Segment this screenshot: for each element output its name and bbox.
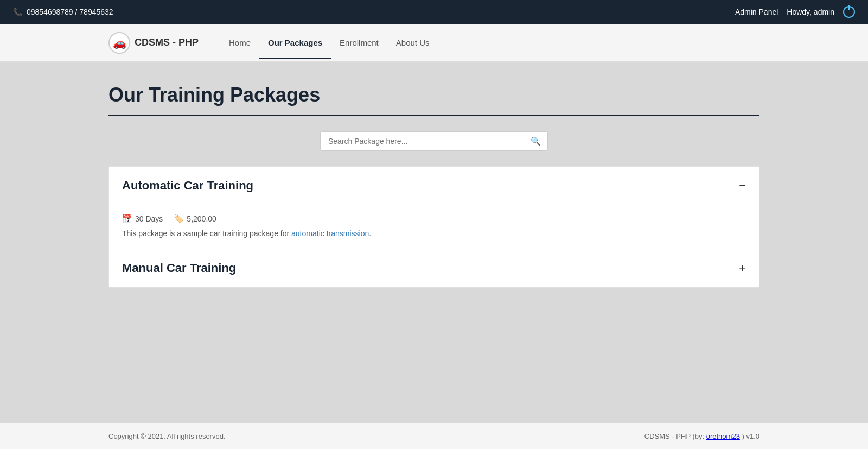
package-toggle-icon-1: + bbox=[739, 262, 746, 274]
nav-home[interactable]: Home bbox=[220, 34, 259, 52]
package-item-0: Automatic Car Training − 📅 30 Days 🏷️ 5,… bbox=[109, 167, 759, 249]
brand-link[interactable]: 🚗 CDSMS - PHP bbox=[108, 32, 199, 54]
title-divider bbox=[108, 115, 760, 116]
admin-panel-link[interactable]: Admin Panel bbox=[735, 8, 778, 16]
topbar-right: Admin Panel Howdy, admin bbox=[735, 6, 855, 18]
navbar: 🚗 CDSMS - PHP Home Our Packages Enrollme… bbox=[0, 24, 868, 62]
search-icon: 🔍 bbox=[531, 136, 541, 146]
package-desc-text-0: This package is a sample car training pa… bbox=[122, 229, 371, 238]
logout-icon[interactable] bbox=[843, 6, 855, 18]
package-title-0: Automatic Car Training bbox=[122, 179, 253, 193]
calendar-icon-0: 📅 bbox=[122, 214, 132, 224]
search-container: 🔍 bbox=[108, 131, 760, 151]
package-meta-0: 📅 30 Days 🏷️ 5,200.00 bbox=[122, 214, 746, 224]
nav-enrollment[interactable]: Enrollment bbox=[331, 34, 387, 52]
package-header-1[interactable]: Manual Car Training + bbox=[109, 249, 759, 287]
search-button[interactable]: 🔍 bbox=[524, 132, 547, 150]
price-label-0: 5,200.00 bbox=[187, 214, 216, 223]
footer-branding-end: ) v1.0 bbox=[740, 432, 760, 440]
automatic-link[interactable]: automatic transmission bbox=[291, 229, 369, 238]
brand-name: CDSMS - PHP bbox=[135, 37, 199, 48]
search-input[interactable] bbox=[321, 132, 524, 150]
search-wrapper: 🔍 bbox=[320, 131, 548, 151]
package-toggle-icon-0: − bbox=[739, 180, 746, 192]
package-days-0: 📅 30 Days bbox=[122, 214, 163, 224]
topbar: 📞 09854698789 / 78945632 Admin Panel How… bbox=[0, 0, 868, 24]
package-desc-0: This package is a sample car training pa… bbox=[122, 229, 746, 238]
package-item-1: Manual Car Training + bbox=[109, 249, 759, 287]
nav-our-packages[interactable]: Our Packages bbox=[259, 34, 331, 52]
howdy-label: Howdy, admin bbox=[787, 8, 834, 16]
phone-icon: 📞 bbox=[13, 8, 22, 16]
package-price-0: 🏷️ 5,200.00 bbox=[174, 214, 216, 224]
footer: Copyright © 2021. All rights reserved. C… bbox=[0, 423, 868, 449]
footer-branding: CDSMS - PHP (by: oretnom23 ) v1.0 bbox=[644, 432, 760, 440]
package-header-0[interactable]: Automatic Car Training − bbox=[109, 167, 759, 205]
package-title-1: Manual Car Training bbox=[122, 261, 236, 275]
packages-accordion: Automatic Car Training − 📅 30 Days 🏷️ 5,… bbox=[108, 166, 760, 288]
page-title: Our Training Packages bbox=[108, 84, 760, 106]
topbar-left: 📞 09854698789 / 78945632 bbox=[13, 8, 113, 16]
nav-links: Home Our Packages Enrollment About Us bbox=[220, 34, 438, 52]
days-label-0: 30 Days bbox=[135, 214, 163, 223]
brand-logo: 🚗 bbox=[108, 32, 130, 54]
nav-about-us[interactable]: About Us bbox=[387, 34, 438, 52]
phone-number: 09854698789 / 78945632 bbox=[27, 8, 113, 16]
tag-icon-0: 🏷️ bbox=[174, 214, 184, 224]
package-body-0: 📅 30 Days 🏷️ 5,200.00 This package is a … bbox=[109, 205, 759, 249]
footer-branding-text: CDSMS - PHP (by: bbox=[644, 432, 706, 440]
main-content: Our Training Packages 🔍 Automatic Car Tr… bbox=[0, 62, 868, 423]
author-link[interactable]: oretnom23 bbox=[706, 432, 740, 440]
copyright-text: Copyright © 2021. All rights reserved. bbox=[108, 432, 226, 440]
